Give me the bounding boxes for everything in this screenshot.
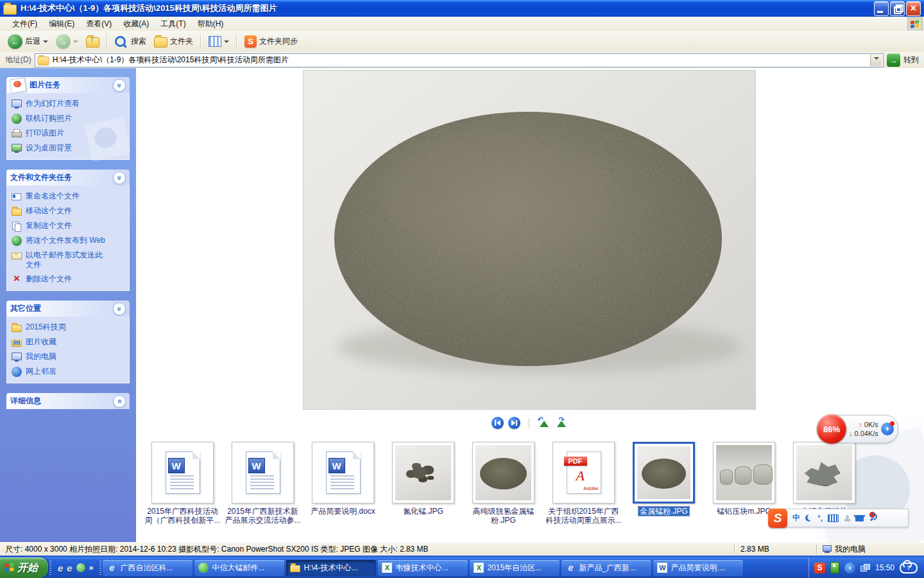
speed-monitor-widget[interactable]: 86% ↑0K/s ↓0.04K/s + xyxy=(817,415,898,443)
picture-tasks-header[interactable]: 图片任务 » xyxy=(6,77,130,93)
usb-tray-icon[interactable] xyxy=(830,562,839,574)
task-button-ie[interactable]: e 广西自治区科... xyxy=(103,560,193,576)
task-button-explorer-active[interactable]: H:\4-技术中心... xyxy=(286,560,376,576)
task-publish-to-web[interactable]: 将这个文件发布到 Web xyxy=(12,236,124,246)
sogou-ime-toolbar[interactable]: S 中 °, xyxy=(771,509,909,527)
photo-thumbnail-powder-pile-selected[interactable] xyxy=(633,442,695,504)
hidden-icons-chevron[interactable]: ‹ xyxy=(844,563,855,574)
rotate-clockwise-button[interactable] xyxy=(555,418,568,428)
file-item[interactable]: 氮化锰.JPG xyxy=(383,442,463,525)
account-icon[interactable] xyxy=(844,515,850,521)
other-places-header[interactable]: 其它位置 » xyxy=(6,301,130,317)
minimize-button[interactable] xyxy=(874,1,889,16)
menu-edit[interactable]: 编辑(E) xyxy=(43,17,80,31)
menu-file[interactable]: 文件(F) xyxy=(6,17,43,31)
skin-icon[interactable] xyxy=(855,515,864,521)
address-dropdown-icon[interactable] xyxy=(870,55,882,66)
task-copy-file[interactable]: 复制这个文件 xyxy=(12,221,124,231)
task-button-excel[interactable]: X 2015年自治区... xyxy=(470,560,560,576)
task-email-file[interactable]: 以电子邮件形式发送此文件 xyxy=(12,250,124,270)
place-my-network[interactable]: 网上邻居 xyxy=(12,367,124,377)
file-name[interactable]: 2015年广西新技术新产品展示交流活动参... xyxy=(224,507,302,525)
task-set-as-desktop-background[interactable]: 设为桌面背景 xyxy=(12,143,124,153)
place-my-computer[interactable]: 我的电脑 xyxy=(12,352,124,362)
file-item[interactable]: W 2015年广西科技活动周（广西科技创新平... xyxy=(142,442,223,525)
browser-quicklaunch-icon[interactable] xyxy=(76,563,85,572)
details-header[interactable]: 详细信息 » xyxy=(6,393,130,409)
photo-thumbnail-lumps[interactable] xyxy=(392,442,454,504)
go-button[interactable]: → xyxy=(887,53,900,67)
punctuation-toggle[interactable]: °, xyxy=(817,514,823,523)
expand-chevron-icon[interactable]: » xyxy=(113,395,126,408)
restore-button[interactable] xyxy=(890,1,905,16)
close-button[interactable] xyxy=(906,1,921,16)
file-item[interactable]: PDFAAdobe 关于组织2015年广西科技活动周重点展示... xyxy=(543,442,624,525)
file-tasks-header[interactable]: 文件和文件夹任务 » xyxy=(6,170,130,186)
pdf-document-thumbnail[interactable]: PDFAAdobe xyxy=(552,442,615,504)
photo-thumbnail-flakes[interactable] xyxy=(793,442,855,504)
sogou-tray-icon[interactable]: S xyxy=(814,563,825,574)
file-item[interactable]: W 产品简要说明.docx xyxy=(303,442,383,525)
menu-tools[interactable]: 工具(T) xyxy=(155,17,191,31)
folder-sync-button[interactable]: S 文件夹同步 xyxy=(242,35,300,48)
task-button-ie[interactable]: e 新产品_广西新... xyxy=(561,560,651,576)
ie-quicklaunch-icon[interactable]: e xyxy=(58,563,63,574)
task-button-excel[interactable]: X 韦慷技术中心... xyxy=(378,560,468,576)
file-name[interactable]: 高纯级脱氢金属锰粉.JPG xyxy=(465,507,543,525)
photo-thumbnail-powder-pile[interactable] xyxy=(472,442,535,504)
soft-keyboard-icon[interactable] xyxy=(828,514,839,522)
file-name[interactable]: 产品简要说明.docx xyxy=(311,507,375,516)
back-dropdown-icon[interactable] xyxy=(43,40,48,46)
accelerate-button[interactable]: + xyxy=(881,423,894,435)
file-name[interactable]: 氮化锰.JPG xyxy=(403,507,443,516)
photo-thumbnail-briquettes[interactable] xyxy=(713,442,775,504)
file-name[interactable]: 关于组织2015年广西科技活动周重点展示... xyxy=(545,507,623,525)
task-print-picture[interactable]: 打印该图片 xyxy=(12,128,124,139)
start-button[interactable]: 开始 xyxy=(0,557,48,578)
next-image-button[interactable] xyxy=(508,417,520,429)
tray-clock[interactable]: 15:50 xyxy=(875,563,894,572)
file-item[interactable]: W 2015年广西新技术新产品展示交流活动参... xyxy=(223,442,303,525)
sogou-logo-icon[interactable]: S xyxy=(768,509,787,528)
file-name[interactable]: 锰铝压块m.JPG xyxy=(717,507,771,516)
place-my-pictures[interactable]: 图片收藏 xyxy=(12,337,124,347)
quicklaunch-overflow-chevron[interactable]: » xyxy=(89,563,94,572)
word-document-thumbnail[interactable]: W xyxy=(232,442,294,504)
menu-view[interactable]: 查看(V) xyxy=(80,17,117,31)
network-tray-icon[interactable] xyxy=(860,564,870,572)
weather-cloud-icon[interactable]: ? xyxy=(900,563,918,574)
preview-image-manganese-powder[interactable] xyxy=(304,71,755,409)
collapse-chevron-icon[interactable]: » xyxy=(113,302,126,315)
address-input[interactable]: H:\4-技术中心\（1-9）各项科技活动\2015科技周\科技活动周所需图片 xyxy=(35,53,884,67)
file-item-selected[interactable]: 金属锰粉.JPG xyxy=(624,442,704,525)
task-move-file[interactable]: 移动这个文件 xyxy=(12,206,124,216)
file-item[interactable]: 高纯级脱氢金属锰粉.JPG xyxy=(463,442,543,525)
menu-favorites[interactable]: 收藏(A) xyxy=(117,17,155,31)
folders-button[interactable]: 文件夹 xyxy=(151,35,196,48)
views-button[interactable] xyxy=(206,36,232,47)
file-name-selected[interactable]: 金属锰粉.JPG xyxy=(638,507,689,516)
task-button-mail[interactable]: 中信大锰邮件... xyxy=(194,560,284,576)
fullwidth-toggle-icon[interactable] xyxy=(805,514,813,522)
search-button[interactable]: 搜索 xyxy=(112,36,149,47)
menu-help[interactable]: 帮助(H) xyxy=(192,17,230,31)
up-button[interactable]: ↑ xyxy=(83,35,102,48)
task-order-prints-online[interactable]: 联机订购照片 xyxy=(12,114,124,124)
forward-button[interactable]: → xyxy=(53,34,81,49)
ie-quicklaunch-icon[interactable]: e xyxy=(67,563,72,574)
health-score-badge[interactable]: 86% xyxy=(817,414,846,444)
toolbox-icon[interactable] xyxy=(869,514,877,522)
task-delete-file[interactable]: × 删除这个文件 xyxy=(12,274,124,285)
word-document-thumbnail[interactable]: W xyxy=(151,442,214,504)
file-name[interactable]: 2015年广西科技活动周（广西科技创新平... xyxy=(144,507,222,525)
word-document-thumbnail[interactable]: W xyxy=(312,442,374,504)
previous-image-button[interactable] xyxy=(492,417,504,429)
collapse-chevron-icon[interactable]: » xyxy=(113,79,126,92)
rotate-counterclockwise-button[interactable] xyxy=(538,418,551,428)
task-view-as-slideshow[interactable]: 作为幻灯片查看 xyxy=(12,99,124,109)
task-rename-file[interactable]: 重命名这个文件 xyxy=(12,191,124,202)
place-2015-tech-week[interactable]: 2015科技周 xyxy=(12,322,124,333)
task-button-word[interactable]: W 产品简要说明.... xyxy=(653,560,743,576)
ime-mode-toggle[interactable]: 中 xyxy=(792,512,800,523)
back-button[interactable]: ← 后退 xyxy=(5,34,51,49)
